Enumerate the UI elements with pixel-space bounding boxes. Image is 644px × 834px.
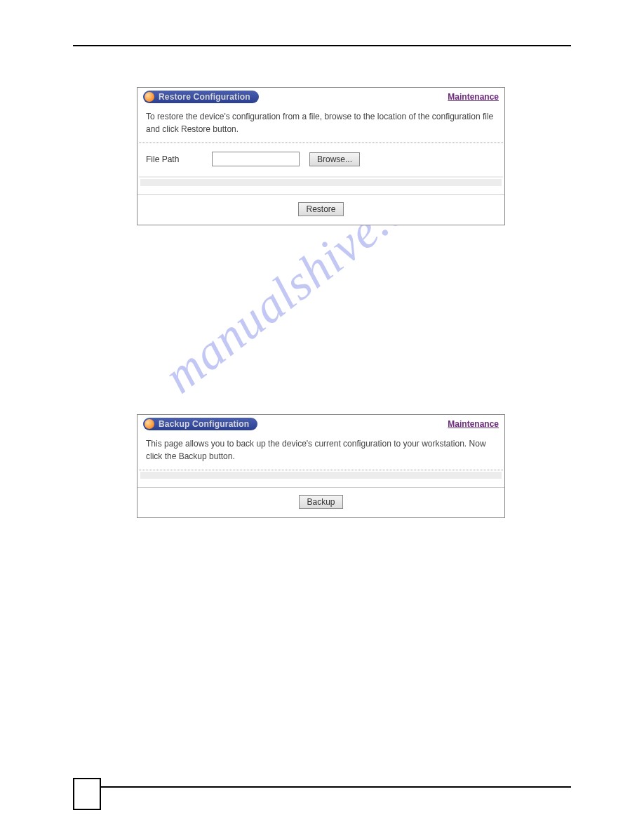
- backup-button[interactable]: Backup: [299, 495, 342, 509]
- restore-configuration-panel: Restore Configuration Maintenance To res…: [137, 87, 505, 225]
- top-horizontal-rule: [73, 45, 571, 46]
- maintenance-link[interactable]: Maintenance: [448, 419, 499, 429]
- restore-form-row: File Path Browse...: [139, 143, 503, 178]
- backup-footer: Backup: [137, 487, 504, 517]
- restore-description: To restore the device's configuration fr…: [139, 106, 503, 143]
- grey-bar: [140, 179, 502, 186]
- orb-icon: [145, 419, 154, 429]
- browse-button[interactable]: Browse...: [309, 152, 360, 166]
- maintenance-link[interactable]: Maintenance: [448, 92, 499, 102]
- restore-panel-header: Restore Configuration Maintenance: [137, 88, 504, 106]
- backup-description: This page allows you to back up the devi…: [139, 433, 503, 470]
- grey-bar: [140, 472, 502, 479]
- restore-title: Restore Configuration: [159, 92, 250, 102]
- file-path-input[interactable]: [212, 152, 300, 166]
- orb-icon: [145, 92, 154, 102]
- file-path-label: File Path: [146, 154, 202, 164]
- backup-panel-header: Backup Configuration Maintenance: [137, 415, 504, 433]
- bottom-horizontal-rule: [100, 786, 571, 788]
- restore-title-pill: Restore Configuration: [143, 91, 259, 103]
- restore-button[interactable]: Restore: [298, 202, 343, 216]
- restore-footer: Restore: [137, 194, 504, 225]
- backup-title-pill: Backup Configuration: [143, 418, 257, 430]
- backup-configuration-panel: Backup Configuration Maintenance This pa…: [137, 414, 505, 518]
- page-number-box: [73, 778, 101, 810]
- backup-title: Backup Configuration: [159, 419, 249, 429]
